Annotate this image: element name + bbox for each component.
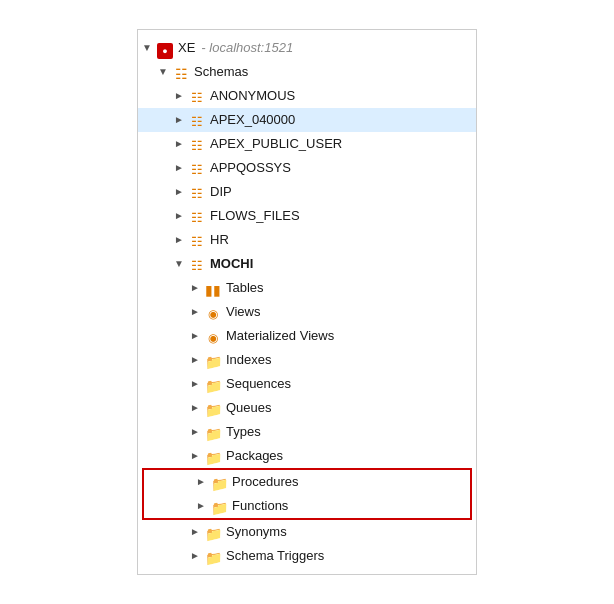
chevron-mochi: ▼ [174,254,188,274]
chevron-xe: ▼ [142,38,156,58]
label-apex040000: APEX_040000 [210,110,295,130]
chevron-apex-public: ► [174,134,188,154]
xe-label: XE [178,38,195,58]
schema-icon-appqossys: ☷ [188,160,206,176]
schemas-item[interactable]: ▼ ☷ Schemas [138,60,476,84]
schemas-icon: ☷ [172,64,190,80]
mochi-queues[interactable]: ► 📁 Queues [138,396,476,420]
chevron-packages: ► [190,446,204,466]
label-dip: DIP [210,182,232,202]
indexes-icon: 📁 [204,352,222,368]
sequences-icon: 📁 [204,376,222,392]
schema-anonymous[interactable]: ► ☷ ANONYMOUS [138,84,476,108]
schema-dip[interactable]: ► ☷ DIP [138,180,476,204]
schema-hr[interactable]: ► ☷ HR [138,228,476,252]
chevron-schema-triggers: ► [190,546,204,566]
label-hr: HR [210,230,229,250]
mochi-views[interactable]: ► ◉ Views [138,300,476,324]
chevron-queues: ► [190,398,204,418]
label-views: Views [226,302,260,322]
views-icon: ◉ [204,304,222,320]
procedures-icon: 📁 [210,474,228,490]
xe-icon: ● [156,40,174,56]
chevron-procedures: ► [196,472,210,492]
schema-apex040000[interactable]: ► ☷ APEX_040000 [138,108,476,132]
label-appqossys: APPQOSSYS [210,158,291,178]
label-mat-views: Materialized Views [226,326,334,346]
chevron-schemas: ▼ [158,62,172,82]
chevron-hr: ► [174,230,188,250]
mat-views-icon: ◉ [204,328,222,344]
label-procedures: Procedures [232,472,298,492]
chevron-synonyms: ► [190,522,204,542]
chevron-functions: ► [196,496,210,516]
mochi-packages[interactable]: ► 📁 Packages [138,444,476,468]
mochi-procedures[interactable]: ► 📁 Procedures [144,470,470,494]
functions-icon: 📁 [210,498,228,514]
chevron-apex040000: ► [174,110,188,130]
mochi-mat-views[interactable]: ► ◉ Materialized Views [138,324,476,348]
label-types: Types [226,422,261,442]
chevron-appqossys: ► [174,158,188,178]
xe-sublabel: - localhost:1521 [201,38,293,58]
schema-icon-apex040000: ☷ [188,112,206,128]
tree-panel: ▼ ● XE - localhost:1521 ▼ ☷ Schemas ► ☷ … [137,29,477,575]
chevron-indexes: ► [190,350,204,370]
schemas-label: Schemas [194,62,248,82]
schema-mochi[interactable]: ▼ ☷ MOCHI [138,252,476,276]
mochi-schema-triggers[interactable]: ► 📁 Schema Triggers [138,544,476,568]
synonyms-icon: 📁 [204,524,222,540]
chevron-mat-views: ► [190,326,204,346]
label-indexes: Indexes [226,350,272,370]
label-functions: Functions [232,496,288,516]
mochi-functions[interactable]: ► 📁 Functions [144,494,470,518]
chevron-anonymous: ► [174,86,188,106]
queues-icon: 📁 [204,400,222,416]
label-flows-files: FLOWS_FILES [210,206,300,226]
mochi-sequences[interactable]: ► 📁 Sequences [138,372,476,396]
tables-icon: ▮▮ [204,280,222,296]
mochi-types[interactable]: ► 📁 Types [138,420,476,444]
schema-flows-files[interactable]: ► ☷ FLOWS_FILES [138,204,476,228]
mochi-indexes[interactable]: ► 📁 Indexes [138,348,476,372]
label-tables: Tables [226,278,264,298]
schema-icon-dip: ☷ [188,184,206,200]
label-synonyms: Synonyms [226,522,287,542]
label-mochi: MOCHI [210,254,253,274]
label-anonymous: ANONYMOUS [210,86,295,106]
packages-icon: 📁 [204,448,222,464]
schema-triggers-icon: 📁 [204,548,222,564]
schema-icon-anonymous: ☷ [188,88,206,104]
chevron-tables: ► [190,278,204,298]
label-sequences: Sequences [226,374,291,394]
chevron-types: ► [190,422,204,442]
label-packages: Packages [226,446,283,466]
mochi-synonyms[interactable]: ► 📁 Synonyms [138,520,476,544]
label-schema-triggers: Schema Triggers [226,546,324,566]
mochi-tables[interactable]: ► ▮▮ Tables [138,276,476,300]
label-queues: Queues [226,398,272,418]
schema-icon-mochi: ☷ [188,256,206,272]
chevron-dip: ► [174,182,188,202]
label-apex-public: APEX_PUBLIC_USER [210,134,342,154]
tree-root[interactable]: ▼ ● XE - localhost:1521 [138,36,476,60]
schema-icon-apex-public: ☷ [188,136,206,152]
types-icon: 📁 [204,424,222,440]
schema-apex-public[interactable]: ► ☷ APEX_PUBLIC_USER [138,132,476,156]
chevron-flows-files: ► [174,206,188,226]
highlighted-group: ► 📁 Procedures ► 📁 Functions [142,468,472,520]
chevron-views: ► [190,302,204,322]
schema-appqossys[interactable]: ► ☷ APPQOSSYS [138,156,476,180]
chevron-sequences: ► [190,374,204,394]
schema-icon-flows-files: ☷ [188,208,206,224]
schema-icon-hr: ☷ [188,232,206,248]
